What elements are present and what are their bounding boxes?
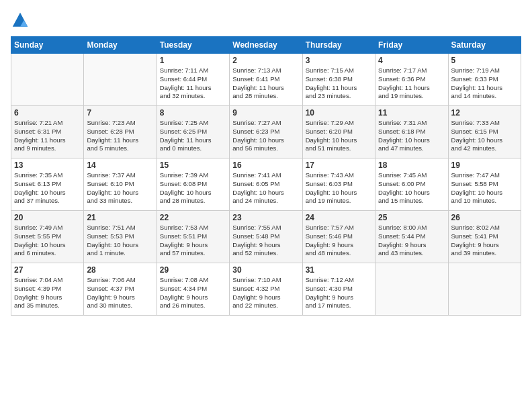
logo-icon: [11, 11, 30, 30]
page-container: SundayMondayTuesdayWednesdayThursdayFrid…: [0, 0, 532, 321]
calendar-cell: 22Sunrise: 7:53 AM Sunset: 5:51 PM Dayli…: [157, 211, 229, 263]
calendar-cell: 23Sunrise: 7:55 AM Sunset: 5:48 PM Dayli…: [230, 211, 302, 263]
calendar-cell: 19Sunrise: 7:47 AM Sunset: 5:58 PM Dayli…: [448, 158, 521, 211]
weekday-header-monday: Monday: [84, 37, 157, 54]
calendar-cell: 27Sunrise: 7:04 AM Sunset: 4:39 PM Dayli…: [11, 263, 84, 316]
day-number: 31: [306, 265, 372, 275]
calendar-cell: 24Sunrise: 7:57 AM Sunset: 5:46 PM Dayli…: [302, 211, 375, 263]
day-number: 16: [232, 161, 299, 170]
calendar-cell: 5Sunrise: 7:19 AM Sunset: 6:33 PM Daylig…: [448, 54, 521, 106]
day-number: 30: [232, 265, 299, 275]
weekday-header-wednesday: Wednesday: [230, 37, 302, 54]
day-number: 8: [160, 108, 226, 118]
day-info: Sunrise: 7:12 AM Sunset: 4:30 PM Dayligh…: [306, 276, 372, 310]
day-number: 18: [378, 161, 445, 170]
day-info: Sunrise: 7:41 AM Sunset: 6:05 PM Dayligh…: [232, 171, 299, 205]
calendar-cell: 2Sunrise: 7:13 AM Sunset: 6:41 PM Daylig…: [230, 54, 302, 106]
calendar-week-row: 20Sunrise: 7:49 AM Sunset: 5:55 PM Dayli…: [11, 211, 521, 263]
calendar-cell: 26Sunrise: 8:02 AM Sunset: 5:41 PM Dayli…: [448, 211, 521, 263]
calendar-cell: [11, 54, 84, 106]
day-info: Sunrise: 7:29 AM Sunset: 6:20 PM Dayligh…: [306, 119, 372, 153]
day-info: Sunrise: 7:11 AM Sunset: 6:44 PM Dayligh…: [160, 66, 226, 101]
day-info: Sunrise: 7:39 AM Sunset: 6:08 PM Dayligh…: [160, 171, 226, 205]
calendar-cell: [375, 263, 448, 316]
header: [11, 11, 521, 30]
calendar-week-row: 1Sunrise: 7:11 AM Sunset: 6:44 PM Daylig…: [11, 54, 521, 106]
logo: [11, 11, 32, 30]
calendar-cell: 14Sunrise: 7:37 AM Sunset: 6:10 PM Dayli…: [84, 158, 157, 211]
calendar-week-row: 13Sunrise: 7:35 AM Sunset: 6:13 PM Dayli…: [11, 158, 521, 211]
calendar-cell: 9Sunrise: 7:27 AM Sunset: 6:23 PM Daylig…: [230, 106, 302, 158]
day-info: Sunrise: 7:57 AM Sunset: 5:46 PM Dayligh…: [306, 224, 372, 258]
day-number: 3: [306, 56, 372, 65]
day-info: Sunrise: 7:51 AM Sunset: 5:53 PM Dayligh…: [87, 224, 153, 258]
day-number: 19: [451, 161, 518, 170]
day-info: Sunrise: 7:35 AM Sunset: 6:13 PM Dayligh…: [14, 171, 81, 205]
day-number: 20: [14, 213, 81, 222]
day-info: Sunrise: 8:02 AM Sunset: 5:41 PM Dayligh…: [451, 224, 518, 258]
day-number: 12: [451, 108, 518, 118]
calendar-cell: 1Sunrise: 7:11 AM Sunset: 6:44 PM Daylig…: [157, 54, 229, 106]
day-number: 11: [378, 108, 445, 118]
calendar-cell: 11Sunrise: 7:31 AM Sunset: 6:18 PM Dayli…: [375, 106, 448, 158]
weekday-header-sunday: Sunday: [11, 37, 84, 54]
calendar-cell: 13Sunrise: 7:35 AM Sunset: 6:13 PM Dayli…: [11, 158, 84, 211]
day-info: Sunrise: 7:21 AM Sunset: 6:31 PM Dayligh…: [14, 119, 81, 153]
weekday-header-tuesday: Tuesday: [157, 37, 229, 54]
day-info: Sunrise: 7:13 AM Sunset: 6:41 PM Dayligh…: [232, 66, 299, 101]
calendar-cell: [448, 263, 521, 316]
day-info: Sunrise: 7:15 AM Sunset: 6:38 PM Dayligh…: [306, 66, 372, 101]
day-info: Sunrise: 7:08 AM Sunset: 4:34 PM Dayligh…: [160, 276, 226, 310]
calendar-cell: 28Sunrise: 7:06 AM Sunset: 4:37 PM Dayli…: [84, 263, 157, 316]
day-number: 23: [232, 213, 299, 222]
calendar-week-row: 27Sunrise: 7:04 AM Sunset: 4:39 PM Dayli…: [11, 263, 521, 316]
day-number: 7: [87, 108, 153, 118]
weekday-header-friday: Friday: [375, 37, 448, 54]
calendar-cell: 7Sunrise: 7:23 AM Sunset: 6:28 PM Daylig…: [84, 106, 157, 158]
day-info: Sunrise: 7:45 AM Sunset: 6:00 PM Dayligh…: [378, 171, 445, 205]
calendar-cell: 31Sunrise: 7:12 AM Sunset: 4:30 PM Dayli…: [302, 263, 375, 316]
day-number: 4: [378, 56, 445, 65]
day-number: 27: [14, 265, 81, 275]
day-info: Sunrise: 7:43 AM Sunset: 6:03 PM Dayligh…: [306, 171, 372, 205]
day-info: Sunrise: 7:19 AM Sunset: 6:33 PM Dayligh…: [451, 66, 518, 101]
calendar-cell: 20Sunrise: 7:49 AM Sunset: 5:55 PM Dayli…: [11, 211, 84, 263]
calendar-cell: 15Sunrise: 7:39 AM Sunset: 6:08 PM Dayli…: [157, 158, 229, 211]
calendar-cell: 6Sunrise: 7:21 AM Sunset: 6:31 PM Daylig…: [11, 106, 84, 158]
day-number: 6: [14, 108, 81, 118]
calendar-cell: 10Sunrise: 7:29 AM Sunset: 6:20 PM Dayli…: [302, 106, 375, 158]
day-info: Sunrise: 7:06 AM Sunset: 4:37 PM Dayligh…: [87, 276, 153, 310]
calendar-table: SundayMondayTuesdayWednesdayThursdayFrid…: [11, 36, 521, 316]
calendar-cell: 25Sunrise: 8:00 AM Sunset: 5:44 PM Dayli…: [375, 211, 448, 263]
weekday-header-saturday: Saturday: [448, 37, 521, 54]
day-info: Sunrise: 7:33 AM Sunset: 6:15 PM Dayligh…: [451, 119, 518, 153]
day-number: 29: [160, 265, 226, 275]
day-info: Sunrise: 7:23 AM Sunset: 6:28 PM Dayligh…: [87, 119, 153, 153]
day-number: 15: [160, 161, 226, 170]
day-info: Sunrise: 8:00 AM Sunset: 5:44 PM Dayligh…: [378, 224, 445, 258]
weekday-header-row: SundayMondayTuesdayWednesdayThursdayFrid…: [11, 37, 521, 54]
calendar-cell: 4Sunrise: 7:17 AM Sunset: 6:36 PM Daylig…: [375, 54, 448, 106]
day-number: 5: [451, 56, 518, 65]
calendar-cell: 18Sunrise: 7:45 AM Sunset: 6:00 PM Dayli…: [375, 158, 448, 211]
day-number: 21: [87, 213, 153, 222]
day-number: 13: [14, 161, 81, 170]
day-info: Sunrise: 7:31 AM Sunset: 6:18 PM Dayligh…: [378, 119, 445, 153]
day-number: 25: [378, 213, 445, 222]
day-info: Sunrise: 7:04 AM Sunset: 4:39 PM Dayligh…: [14, 276, 81, 310]
weekday-header-thursday: Thursday: [302, 37, 375, 54]
calendar-week-row: 6Sunrise: 7:21 AM Sunset: 6:31 PM Daylig…: [11, 106, 521, 158]
day-info: Sunrise: 7:47 AM Sunset: 5:58 PM Dayligh…: [451, 171, 518, 205]
day-number: 10: [306, 108, 372, 118]
calendar-cell: 16Sunrise: 7:41 AM Sunset: 6:05 PM Dayli…: [230, 158, 302, 211]
calendar-cell: 12Sunrise: 7:33 AM Sunset: 6:15 PM Dayli…: [448, 106, 521, 158]
calendar-cell: 17Sunrise: 7:43 AM Sunset: 6:03 PM Dayli…: [302, 158, 375, 211]
calendar-cell: 29Sunrise: 7:08 AM Sunset: 4:34 PM Dayli…: [157, 263, 229, 316]
day-number: 2: [232, 56, 299, 65]
day-number: 24: [306, 213, 372, 222]
calendar-cell: 21Sunrise: 7:51 AM Sunset: 5:53 PM Dayli…: [84, 211, 157, 263]
calendar-cell: 3Sunrise: 7:15 AM Sunset: 6:38 PM Daylig…: [302, 54, 375, 106]
day-info: Sunrise: 7:53 AM Sunset: 5:51 PM Dayligh…: [160, 224, 226, 258]
day-number: 9: [232, 108, 299, 118]
day-info: Sunrise: 7:55 AM Sunset: 5:48 PM Dayligh…: [232, 224, 299, 258]
